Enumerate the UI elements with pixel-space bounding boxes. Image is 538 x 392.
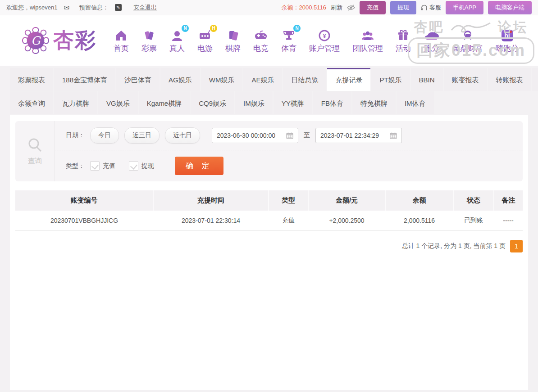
svg-text:¥: ¥	[323, 32, 326, 39]
col-type: 类型	[269, 190, 308, 211]
tab-daily-summary[interactable]: 日结总览	[283, 68, 326, 91]
nav-item-cards[interactable]: 棋牌	[220, 28, 246, 54]
logo[interactable]: G 杏彩	[22, 27, 96, 54]
withdraw-checkbox[interactable]: 提现	[129, 161, 154, 171]
recharge-checkbox[interactable]: 充值	[90, 161, 115, 171]
tab-wm[interactable]: WM娱乐	[201, 68, 243, 91]
nav-item-sports[interactable]: N 体育	[276, 28, 302, 54]
tab-cq9[interactable]: CQ9娱乐	[191, 91, 234, 114]
topbar-right: 余额：2000.5116 刷新 充值 提现 客服 手机APP 电脑客户端	[281, 1, 532, 14]
edit-icon[interactable]: ✎	[115, 4, 122, 11]
nav-item-account[interactable]: ¥ 账户管理	[304, 28, 345, 54]
tab-kgame[interactable]: Kgame棋牌	[139, 91, 190, 114]
nav-item-promos[interactable]: 活动	[390, 28, 416, 54]
page-1-button[interactable]: 1	[510, 240, 523, 252]
pc-client-button[interactable]: 电脑客户端	[488, 1, 532, 14]
page: 欢迎您，wipseven1 ✉ 预留信息： ✎ 安全退出 余额：2000.511…	[0, 0, 538, 392]
cell-record-id: 20230701VBBGHJJICG	[15, 211, 153, 231]
pagination-summary: 总计 1 个记录, 分为 1 页, 当前第 1 页	[402, 242, 506, 250]
nav-item-paofen[interactable]: 跑分	[418, 28, 445, 54]
checkbox-icon	[129, 161, 138, 171]
tab-deposit-withdraw-records[interactable]: 充提记录	[327, 68, 370, 91]
refresh-link[interactable]: 刷新	[331, 4, 342, 12]
tab-im-sports[interactable]: IM体育	[397, 91, 434, 114]
query-side[interactable]: 查询	[15, 121, 55, 181]
col-amount: 金额/元	[308, 190, 385, 211]
col-balance: 余额	[385, 190, 453, 211]
reserved-info-label: 预留信息：	[79, 4, 109, 12]
tab-ae[interactable]: AE娱乐	[243, 68, 282, 91]
search-form: 日期： 今日 近三日 近七日 2023-06-30 00:00:00 至 202…	[55, 121, 523, 181]
confirm-button[interactable]: 确 定	[175, 157, 223, 175]
eye-slash-icon[interactable]	[347, 5, 355, 11]
hi-icon: hi	[502, 28, 513, 41]
quick-today-button[interactable]: 今日	[90, 127, 119, 144]
nav-item-live[interactable]: N 真人	[164, 28, 190, 54]
tab-tetu[interactable]: 特兔棋牌	[352, 91, 396, 114]
tab-balance-query[interactable]: 余额查询	[10, 91, 53, 114]
tab-account-change-report[interactable]: 账变报表	[444, 68, 487, 91]
tab-wali[interactable]: 瓦力棋牌	[54, 91, 97, 114]
rhino-icon	[424, 28, 440, 41]
envelope-icon[interactable]: ✉	[64, 4, 69, 12]
tab-fb-sports[interactable]: FB体育	[313, 91, 351, 114]
type-label: 类型：	[66, 162, 85, 170]
tab-ag[interactable]: AG娱乐	[160, 68, 200, 91]
to-label: 至	[304, 131, 310, 140]
recharge-button[interactable]: 充值	[360, 1, 386, 14]
cell-type: 充值	[269, 211, 308, 231]
tab-188-sports[interactable]: 188金宝博体育	[54, 68, 115, 91]
nav-item-home[interactable]: 首页	[108, 28, 134, 54]
nav-item-egame[interactable]: H 电游	[192, 28, 218, 54]
yuan-coin-icon: ¥	[318, 28, 331, 41]
logout-link[interactable]: 安全退出	[133, 4, 157, 12]
tab-pt[interactable]: PT娱乐	[371, 68, 410, 91]
nav-item-lottery[interactable]: 彩票	[136, 28, 162, 54]
headset-icon	[421, 5, 428, 11]
tickets-icon	[143, 28, 155, 41]
pagination: 总计 1 个记录, 分为 1 页, 当前第 1 页 1	[15, 240, 523, 252]
tab-bbin[interactable]: BBIN	[411, 68, 443, 91]
col-record-id: 账变编号	[15, 190, 153, 211]
cell-balance: 2,000.5116	[385, 211, 453, 231]
quick-3days-button[interactable]: 近三日	[124, 127, 160, 144]
tab-im-casino[interactable]: IM娱乐	[235, 91, 273, 114]
date-to-input[interactable]: 2023-07-01 22:34:29	[315, 128, 402, 143]
customer-service[interactable]: 客服	[421, 4, 441, 12]
nav-item-hipaofen[interactable]: hi 嗨跑分	[490, 28, 524, 54]
type-row: 类型： 充值 提现 确 定	[55, 150, 523, 181]
withdraw-button[interactable]: 提现	[390, 1, 416, 14]
main-nav: 首页 彩票 N 真人 H 电游	[108, 28, 524, 54]
nav-item-jinding[interactable]: 金鼎财富	[447, 28, 488, 54]
col-status: 状态	[453, 190, 494, 211]
balance-text: 余额：2000.5116	[281, 4, 326, 12]
cell-amount: +2,000.2500	[308, 211, 385, 231]
search-box: 查询 日期： 今日 近三日 近七日 2023-06-30 00:00:00 至 …	[15, 121, 523, 181]
cards-icon	[227, 28, 239, 41]
tab-row-2: 余额查询 瓦力棋牌 VG娱乐 Kgame棋牌 CQ9娱乐 IM娱乐 YY棋牌 F…	[10, 91, 528, 115]
nav-item-team[interactable]: 团队管理	[347, 28, 388, 54]
date-label: 日期：	[66, 131, 85, 140]
tab-yy[interactable]: YY棋牌	[274, 91, 312, 114]
cell-status: 已到账	[453, 211, 494, 231]
content-panel: 查询 日期： 今日 近三日 近七日 2023-06-30 00:00:00 至 …	[10, 115, 528, 390]
topbar: 欢迎您，wipseven1 ✉ 预留信息： ✎ 安全退出 余额：2000.511…	[0, 0, 538, 15]
query-label: 查询	[28, 157, 42, 166]
tab-shaba-sports[interactable]: 沙巴体育	[116, 68, 160, 91]
badge-n: N	[182, 25, 189, 32]
logo-text: 杏彩	[53, 27, 96, 54]
date-from-input[interactable]: 2023-06-30 00:00:00	[212, 128, 298, 143]
live-person-icon: N	[171, 28, 183, 41]
hi-red-dot	[510, 31, 512, 33]
quick-7days-button[interactable]: 近七日	[165, 127, 200, 144]
tab-lottery-report[interactable]: 彩票报表	[10, 68, 53, 91]
records-table: 账变编号 充提时间 类型 金额/元 余额 状态 备注 20230701VBBGH…	[15, 190, 523, 231]
tab-rebate-total[interactable]: 返点总额	[532, 68, 538, 91]
tab-transfer-report[interactable]: 转账报表	[488, 68, 531, 91]
checkbox-icon	[90, 161, 100, 171]
mobile-app-button[interactable]: 手机APP	[446, 1, 483, 14]
magnifier-icon	[27, 137, 44, 154]
nav-item-esports[interactable]: 电竞	[248, 28, 274, 54]
tab-vg[interactable]: VG娱乐	[98, 91, 138, 114]
treasure-icon	[461, 28, 474, 41]
